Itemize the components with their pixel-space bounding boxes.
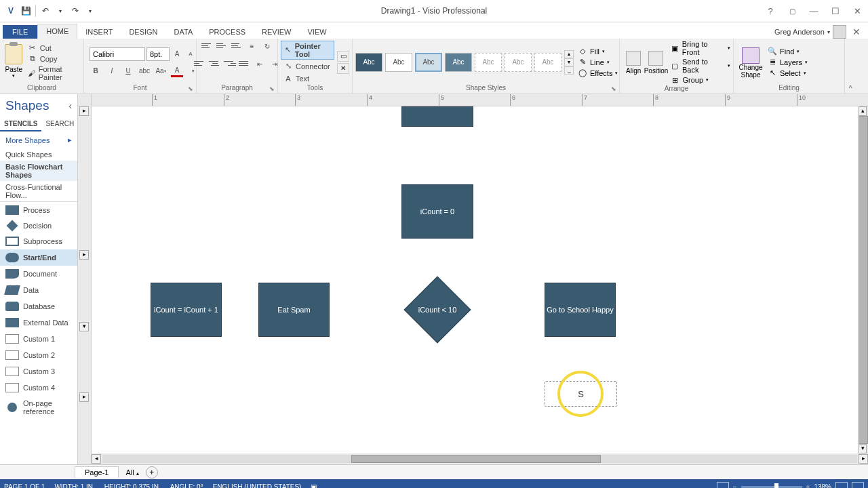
send-to-back-button[interactable]: ▢Send to Back▾: [670, 58, 730, 74]
layers-button[interactable]: ≣Layers▾: [768, 58, 808, 67]
flowchart-decision[interactable]: iCount < 10: [403, 286, 471, 333]
justify-icon[interactable]: [239, 58, 251, 68]
fill-button[interactable]: ◇Fill▾: [578, 47, 618, 56]
style-swatch-4[interactable]: Abc: [445, 53, 472, 72]
stencil-quick-shapes[interactable]: Quick Shapes: [0, 148, 77, 161]
user-dropdown-icon[interactable]: ▾: [827, 29, 830, 35]
italic-icon[interactable]: I: [106, 65, 118, 77]
vruler-btn-4[interactable]: ▸: [79, 392, 89, 402]
flowchart-icount-inc[interactable]: iCount = iCount + 1: [151, 283, 222, 337]
flowchart-school[interactable]: Go to School Happy: [545, 283, 616, 337]
tab-home[interactable]: HOME: [37, 24, 77, 39]
gallery-up-icon[interactable]: ▴: [564, 50, 574, 58]
zoom-out-icon[interactable]: −: [733, 483, 737, 489]
stencil-basic-flowchart[interactable]: Basic Flowchart Shapes: [0, 161, 77, 181]
shape-process[interactable]: Process: [0, 202, 77, 218]
flowchart-icount0[interactable]: iCount = 0: [401, 184, 473, 239]
visio-icon[interactable]: V: [4, 4, 18, 18]
shapes-collapse-icon[interactable]: ‹: [68, 100, 72, 111]
shape-custom-1[interactable]: Custom 1: [0, 331, 77, 347]
vscroll-up-icon[interactable]: ▴: [859, 106, 867, 116]
shape-custom-4[interactable]: Custom 4: [0, 380, 77, 396]
select-button[interactable]: ↖Select▾: [768, 68, 808, 78]
help-icon[interactable]: ?: [761, 3, 780, 18]
find-button[interactable]: 🔍Find▾: [768, 47, 808, 56]
flowchart-startend-editing[interactable]: S: [545, 381, 617, 407]
tab-review[interactable]: REVIEW: [254, 25, 299, 39]
presentation-mode-icon[interactable]: [717, 482, 729, 488]
style-swatch-7[interactable]: Abc: [534, 53, 561, 72]
hscroll-right-icon[interactable]: ▸: [859, 454, 868, 464]
tab-insert[interactable]: INSERT: [77, 25, 121, 39]
close-icon[interactable]: ✕: [848, 3, 867, 18]
stencil-cross-functional[interactable]: Cross-Functional Flow...: [0, 181, 77, 201]
file-tab[interactable]: FILE: [3, 25, 37, 39]
shape-start-end[interactable]: Start/End: [0, 249, 77, 266]
editing-text-cursor[interactable]: S: [578, 389, 584, 399]
font-size-input[interactable]: [146, 47, 170, 61]
page-add-button[interactable]: +: [146, 466, 158, 479]
shape-onpage-reference[interactable]: On-page reference: [0, 396, 77, 419]
group-button[interactable]: ⊞Group▾: [670, 75, 730, 85]
qat-customize-icon[interactable]: ▾: [83, 4, 97, 18]
font-grow-icon[interactable]: A: [171, 48, 183, 60]
position-button[interactable]: Position: [644, 46, 667, 79]
align-bottom-icon[interactable]: [231, 40, 243, 51]
style-swatch-1[interactable]: Abc: [355, 53, 382, 72]
undo-icon[interactable]: ↶: [39, 4, 52, 18]
pointer-tool-button[interactable]: ↖Pointer Tool: [281, 41, 334, 60]
hscroll-thumb[interactable]: [351, 455, 600, 463]
status-macro-icon[interactable]: ▣: [311, 483, 317, 489]
align-button[interactable]: Align: [623, 46, 644, 79]
minimize-icon[interactable]: —: [804, 3, 823, 18]
tab-process[interactable]: PROCESS: [201, 25, 254, 39]
status-language[interactable]: ENGLISH (UNITED STATES): [213, 483, 302, 489]
font-name-input[interactable]: [90, 47, 145, 61]
hscroll-track[interactable]: [102, 455, 857, 463]
flowchart-top-rect[interactable]: [401, 106, 473, 127]
effects-button[interactable]: ◯Effects▾: [578, 68, 618, 78]
style-swatch-5[interactable]: Abc: [475, 53, 502, 72]
fit-page-icon[interactable]: [835, 482, 848, 488]
text-tool-button[interactable]: AText: [281, 73, 334, 84]
style-swatch-3[interactable]: Abc: [415, 53, 442, 72]
redo-icon[interactable]: ↷: [68, 4, 82, 18]
page-tab-1[interactable]: Page-1: [75, 466, 119, 478]
shape-custom-2[interactable]: Custom 2: [0, 347, 77, 363]
zoom-slider[interactable]: [741, 486, 802, 488]
shape-custom-3[interactable]: Custom 3: [0, 363, 77, 380]
font-dialog-launcher-icon[interactable]: ⬊: [188, 85, 195, 92]
align-top-icon[interactable]: [201, 40, 214, 51]
document-close-icon[interactable]: ✕: [849, 26, 864, 37]
delete-tool-icon[interactable]: ✕: [337, 63, 349, 74]
full-screen-icon[interactable]: [852, 482, 864, 488]
align-right-icon[interactable]: [224, 58, 236, 68]
ribbon-display-icon[interactable]: ▢: [783, 3, 802, 18]
bold-icon[interactable]: B: [90, 65, 102, 77]
gallery-more-icon[interactable]: ⎯: [564, 66, 574, 75]
maximize-icon[interactable]: ☐: [826, 3, 845, 18]
rotate-text-icon[interactable]: ↻: [261, 40, 273, 52]
shape-subprocess[interactable]: Subprocess: [0, 233, 77, 249]
save-icon[interactable]: 💾: [19, 4, 33, 18]
paragraph-dialog-launcher-icon[interactable]: ⬊: [269, 85, 276, 92]
strikethrough-icon[interactable]: abc: [138, 65, 151, 77]
vscroll-track[interactable]: [859, 116, 868, 444]
bullets-icon[interactable]: ≡: [246, 40, 258, 52]
align-middle-icon[interactable]: [216, 40, 229, 51]
user-avatar-icon[interactable]: [833, 25, 846, 39]
bring-to-front-button[interactable]: ▣Bring to Front▾: [670, 40, 730, 56]
rectangle-tool-icon[interactable]: ▭: [337, 51, 349, 62]
undo-dropdown-icon[interactable]: ▾: [54, 4, 67, 18]
case-icon[interactable]: Aa▾: [155, 65, 167, 77]
gallery-down-icon[interactable]: ▾: [564, 58, 574, 66]
search-tab[interactable]: SEARCH: [41, 117, 78, 131]
user-area[interactable]: Greg Anderson ▾ ✕: [774, 25, 868, 39]
vscroll-thumb[interactable]: [859, 116, 868, 444]
zoom-level[interactable]: 138%: [814, 483, 831, 489]
align-center-icon[interactable]: [209, 58, 221, 68]
zoom-thumb[interactable]: [774, 483, 778, 489]
style-swatch-6[interactable]: Abc: [505, 53, 532, 72]
ribbon-collapse-icon[interactable]: ^: [845, 39, 856, 94]
align-left-icon[interactable]: [194, 58, 206, 68]
